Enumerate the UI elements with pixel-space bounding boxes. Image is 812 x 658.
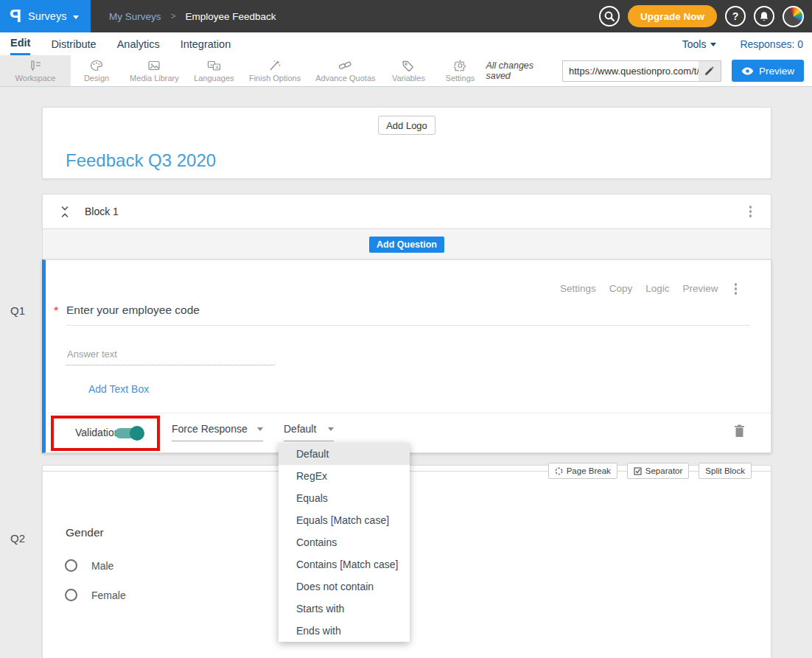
- question-menu-button[interactable]: [732, 280, 741, 298]
- edit-url-button[interactable]: [699, 61, 721, 81]
- save-status-text: All changes saved: [486, 60, 552, 81]
- radio-button[interactable]: [65, 559, 77, 572]
- question-text-underline: [66, 325, 750, 326]
- toolbar-item-label: Languages: [194, 74, 234, 83]
- validation-type-dropdown[interactable]: Default: [284, 423, 334, 441]
- menu-item-equals[interactable]: Equals: [279, 487, 410, 509]
- toolbar-item-finish-options[interactable]: Finish Options: [242, 55, 308, 86]
- toolbar-item-variables[interactable]: Variables: [382, 55, 434, 86]
- chevron-down-icon: [328, 427, 334, 431]
- top-navigation-bar: P Surveys My Surveys > Employee Feedback…: [0, 0, 812, 32]
- split-block-label: Split Block: [705, 466, 745, 475]
- block-title[interactable]: Block 1: [85, 206, 119, 217]
- add-question-strip: Add Question: [42, 229, 771, 259]
- search-button[interactable]: [599, 6, 620, 27]
- chevron-down-icon: [73, 15, 79, 19]
- translate-icon: xA: [207, 60, 221, 71]
- product-name: Surveys: [28, 10, 66, 22]
- option-label: Male: [91, 560, 113, 572]
- menu-item-ends-with[interactable]: Ends with: [279, 620, 410, 642]
- block-collapse-button[interactable]: [60, 206, 69, 218]
- menu-item-starts-with[interactable]: Starts with: [279, 598, 410, 620]
- magic-wand-icon: [268, 60, 281, 71]
- menu-item-does-not-contain[interactable]: Does not contain: [279, 575, 410, 598]
- menu-item-equals-match-case[interactable]: Equals [Match case]: [279, 509, 410, 531]
- breadcrumb: My Surveys > Employee Feedback: [109, 11, 276, 22]
- chevron-down-icon: [257, 427, 263, 431]
- question-preview-link[interactable]: Preview: [682, 283, 718, 294]
- question-logic-link[interactable]: Logic: [645, 283, 669, 294]
- chain-links-icon: [338, 60, 352, 71]
- breadcrumb-my-surveys[interactable]: My Surveys: [109, 11, 161, 22]
- validation-toggle[interactable]: [115, 428, 144, 438]
- pencil-icon: [704, 66, 714, 76]
- add-text-box-link[interactable]: Add Text Box: [88, 383, 149, 395]
- toolbar-item-label: Variables: [392, 74, 425, 83]
- trash-icon: [734, 424, 745, 438]
- user-avatar[interactable]: [783, 6, 804, 27]
- tab-distribute[interactable]: Distribute: [51, 32, 96, 55]
- page-break-button[interactable]: Page Break: [548, 463, 617, 479]
- survey-editor-screen: P Surveys My Surveys > Employee Feedback…: [0, 0, 812, 658]
- toolbar-item-label: Finish Options: [249, 74, 301, 83]
- toolbar-item-label: Advance Quotas: [315, 74, 375, 83]
- split-block-button[interactable]: Split Block: [699, 463, 752, 479]
- menu-item-regex[interactable]: RegEx: [279, 465, 410, 487]
- separator-button[interactable]: Separator: [627, 463, 690, 479]
- toolbar-item-languages[interactable]: xA Languages: [186, 55, 242, 86]
- question-actions: Settings Copy Logic Preview: [560, 280, 740, 298]
- tab-analytics[interactable]: Analytics: [117, 32, 160, 55]
- checked-box-icon: [634, 467, 642, 475]
- tag-icon: [402, 60, 415, 71]
- toolbar-item-advance-quotas[interactable]: Advance Quotas: [308, 55, 382, 86]
- toolbar-item-settings[interactable]: Settings: [434, 55, 486, 86]
- question-1-card: Settings Copy Logic Preview * Enter your…: [42, 259, 771, 453]
- tab-integration[interactable]: Integration: [181, 32, 231, 55]
- toolbar-item-media-library[interactable]: Media Library: [122, 55, 186, 86]
- help-button[interactable]: ?: [725, 6, 746, 27]
- add-logo-button[interactable]: Add Logo: [378, 116, 435, 135]
- workspace-icon: [29, 60, 42, 71]
- editor-toolbar: Workspace Design Media Library xA Langua…: [0, 55, 812, 87]
- responses-count-link[interactable]: Responses: 0: [740, 38, 803, 50]
- survey-url-input[interactable]: [563, 61, 699, 81]
- menu-item-default[interactable]: Default: [279, 443, 410, 465]
- survey-title[interactable]: Feedback Q3 2020: [66, 150, 216, 171]
- image-icon: [147, 60, 161, 71]
- collapse-chevrons-icon: [60, 206, 69, 218]
- menu-item-contains[interactable]: Contains: [279, 531, 410, 553]
- upgrade-now-button[interactable]: Upgrade Now: [628, 5, 717, 27]
- menu-item-contains-match-case[interactable]: Contains [Match case]: [279, 553, 410, 575]
- question-mark-icon: ?: [732, 10, 739, 22]
- tools-dropdown[interactable]: Tools: [682, 38, 717, 50]
- page-break-icon: [555, 467, 563, 475]
- toolbar-item-label: Settings: [446, 74, 475, 83]
- question-2-text[interactable]: Gender: [66, 526, 104, 539]
- bell-icon: [759, 11, 769, 22]
- svg-text:A: A: [215, 64, 219, 70]
- preview-button[interactable]: Preview: [732, 60, 804, 82]
- add-question-button[interactable]: Add Question: [369, 237, 444, 253]
- answer-text-input[interactable]: [66, 349, 275, 365]
- breadcrumb-current-survey: Employee Feedback: [186, 11, 276, 22]
- question-1-text[interactable]: Enter your employee code: [66, 304, 200, 317]
- radio-button[interactable]: [65, 589, 77, 601]
- delete-question-button[interactable]: [734, 424, 745, 441]
- answer-option-female: Female: [65, 589, 126, 601]
- tools-label: Tools: [682, 38, 707, 50]
- force-response-dropdown[interactable]: Force Response: [172, 423, 263, 441]
- breadcrumb-separator: >: [171, 11, 176, 21]
- toolbar-item-design[interactable]: Design: [71, 55, 122, 86]
- product-switcher[interactable]: P Surveys: [0, 0, 91, 32]
- notifications-button[interactable]: [754, 6, 774, 27]
- eye-icon: [741, 67, 754, 75]
- question-settings-link[interactable]: Settings: [560, 283, 596, 294]
- tab-edit[interactable]: Edit: [10, 32, 30, 55]
- svg-text:x: x: [210, 61, 213, 66]
- questionpro-logo-icon: P: [10, 7, 21, 25]
- toolbar-item-workspace[interactable]: Workspace: [0, 55, 71, 86]
- option-label: Female: [91, 589, 126, 601]
- question-copy-link[interactable]: Copy: [609, 283, 633, 294]
- block-menu-button[interactable]: [746, 203, 755, 220]
- topbar-actions: Upgrade Now ?: [599, 5, 812, 27]
